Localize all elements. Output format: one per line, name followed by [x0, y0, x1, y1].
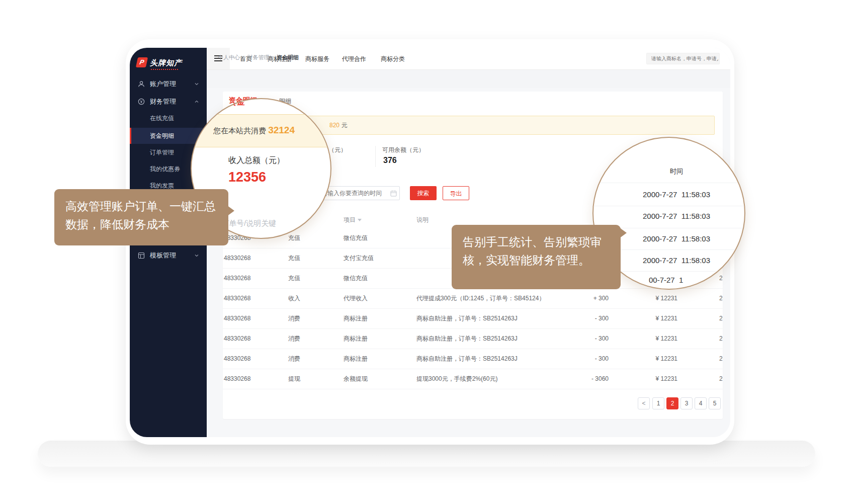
logo-icon: P	[136, 57, 148, 67]
breadcrumb-part[interactable]: 个人中心	[218, 54, 240, 60]
cell-desc: 代理提成300元（ID:1245，订单号：SB45124）	[416, 289, 545, 308]
cell-type: 收入	[288, 289, 300, 308]
breadcrumb: 个人中心>财务管理>资金明细	[218, 54, 299, 61]
callout-left: 高效管理账户订单、一键汇总数据，降低财务成本	[54, 189, 228, 245]
cell-type: 充值	[288, 248, 300, 268]
table-row: 48330268收入代理收入代理提成300元（ID:1245，订单号：SB451…	[223, 289, 723, 309]
pagination-page-5[interactable]: 5	[709, 397, 721, 409]
screenshot-canvas: P 头牌知产 账户管理 财务管理 在线充值 资金明细 订单管理	[0, 0, 853, 504]
cell-desc: 商标自助注册，订单号：SB2514263J	[416, 309, 518, 328]
breadcrumb-part[interactable]: 财务管理	[247, 54, 269, 60]
cell-type: 消费	[288, 329, 300, 349]
magnified-banner: 您在本站共消费 32124	[191, 114, 331, 147]
stat-divider	[375, 146, 376, 167]
table-row: 48330268消费商标注册商标自助注册，订单号：SB2514263J- 300…	[223, 309, 723, 329]
cell-project: 余额提现	[344, 369, 368, 389]
cell-desc: 提现3000元，手续费2%(60元)	[416, 369, 497, 389]
cell-time: 2000-7-27 11:58:03	[719, 369, 723, 389]
cell-order: 48330268	[224, 369, 250, 389]
table-row: 48330268提现余额提现提现3000元，手续费2%(60元)- 3060¥ …	[223, 369, 723, 389]
sidebar-item-label: 在线充值	[150, 110, 174, 126]
cell-time: 2000-7-27 11:58:03	[719, 309, 723, 328]
logo-subtitle-dots	[151, 69, 178, 70]
pagination-page-1[interactable]: 1	[652, 397, 664, 409]
header-project[interactable]: 项目	[344, 212, 362, 227]
breadcrumb-bar	[207, 70, 730, 88]
cell-amount: - 3060	[570, 369, 609, 389]
magnified-income-value: 12356	[228, 170, 266, 185]
sidebar-item-finance[interactable]: 财务管理	[130, 94, 207, 110]
sidebar-item-account[interactable]: 账户管理	[130, 76, 207, 92]
magnified-time-value: 2000-7-27 11:58:03	[643, 190, 710, 199]
stat-spend-label-partial: （元）	[328, 146, 347, 154]
template-icon	[138, 252, 145, 259]
cell-amount: - 300	[570, 329, 609, 349]
cell-balance: ¥ 12231	[635, 369, 677, 389]
pagination-page-3[interactable]: 3	[680, 397, 693, 409]
sidebar-item-fund-detail[interactable]: 资金明细	[130, 128, 207, 144]
cell-type: 消费	[288, 309, 300, 328]
cell-balance: ¥ 12231	[635, 289, 677, 308]
stat-balance-label: 可用余额（元）	[382, 146, 424, 154]
cell-time: 2000-7-27 11:58:03	[719, 329, 723, 349]
pagination-page-2-active[interactable]: 2	[666, 397, 678, 409]
search-button[interactable]: 搜索	[410, 186, 437, 200]
cell-type: 提现	[288, 369, 300, 389]
user-icon	[138, 80, 145, 88]
export-button[interactable]: 导出	[443, 186, 469, 200]
sidebar-item-template[interactable]: 模板管理	[130, 247, 207, 264]
chevron-down-icon	[194, 253, 199, 258]
cell-order: 48330268	[224, 309, 250, 328]
sidebar-item-label: 订单管理	[150, 144, 174, 160]
breadcrumb-current: 资金明细	[277, 54, 299, 60]
cell-balance: ¥ 12231	[635, 309, 677, 328]
cell-project: 商标注册	[344, 349, 368, 369]
pagination-page-4[interactable]: 4	[695, 397, 707, 409]
cell-amount: - 300	[570, 349, 609, 369]
magnified-time-header: 时间	[670, 167, 683, 176]
nav-link-trademark-category[interactable]: 商标分类	[381, 55, 405, 63]
stat-balance-value: 376	[383, 156, 397, 165]
banner-amount-rest: 820 元	[329, 121, 347, 130]
sidebar-item-online-recharge[interactable]: 在线充值	[130, 110, 207, 126]
callout-right-arrow	[619, 227, 627, 238]
callout-right: 告别手工统计、告别繁琐审核，实现智能财务管理。	[452, 225, 621, 289]
cell-order: 48330268	[224, 269, 250, 288]
magnified-time-value: 2000-7-27 11:58:03	[643, 234, 710, 243]
cell-order: 48330268	[224, 248, 250, 268]
chevron-down-icon	[194, 81, 199, 87]
cell-project: 支付宝充值	[344, 248, 374, 268]
magnified-time-value: 2000-7-27 11:58:03	[643, 256, 710, 265]
cell-type: 充值	[288, 269, 300, 288]
magnified-keyword-placeholder: 订单号/说明关键	[221, 219, 276, 228]
cell-time: 2000-7-27 11:58:03	[719, 349, 723, 369]
sidebar-item-label: 资金明细	[150, 128, 174, 144]
callout-left-arrow	[227, 205, 234, 216]
magnified-consumption-amount: 32124	[268, 125, 295, 135]
cell-project: 微信充值	[344, 269, 368, 288]
sidebar-item-label: 模板管理	[150, 247, 176, 264]
cell-project: 代理收入	[344, 289, 368, 308]
pagination-prev-button[interactable]: <	[638, 397, 650, 409]
cell-order: 48330268	[224, 349, 250, 369]
cell-amount: - 300	[570, 309, 609, 328]
global-search-input[interactable]	[646, 53, 720, 64]
magnified-time-value: 2000-7-27 11:58:03	[643, 212, 710, 220]
cell-project: 商标注册	[344, 309, 368, 328]
cell-order: 48330268	[224, 329, 250, 349]
sidebar-item-label: 财务管理	[150, 94, 176, 110]
cell-order: 48330268	[224, 289, 250, 308]
cell-project: 微信充值	[344, 228, 368, 248]
cell-balance: ¥ 12231	[635, 349, 677, 369]
cell-time: 2000-7-27 11:58:03	[719, 269, 723, 288]
nav-link-trademark-service[interactable]: 商标服务	[305, 55, 329, 63]
cell-amount: + 300	[570, 289, 609, 308]
calendar-icon[interactable]	[390, 190, 397, 196]
cell-desc: 商标自助注册，订单号：SB2514263J	[416, 349, 518, 369]
table-row: 48330268消费商标注册商标自助注册，订单号：SB2514263J- 300…	[223, 349, 723, 369]
sidebar-item-label: 账户管理	[150, 76, 176, 92]
nav-link-agent-cooperation[interactable]: 代理合作	[342, 55, 366, 63]
logo-text: 头牌知产	[150, 58, 182, 68]
magnified-income-label: 收入总额（元）	[228, 155, 285, 166]
cell-type: 消费	[288, 349, 300, 369]
